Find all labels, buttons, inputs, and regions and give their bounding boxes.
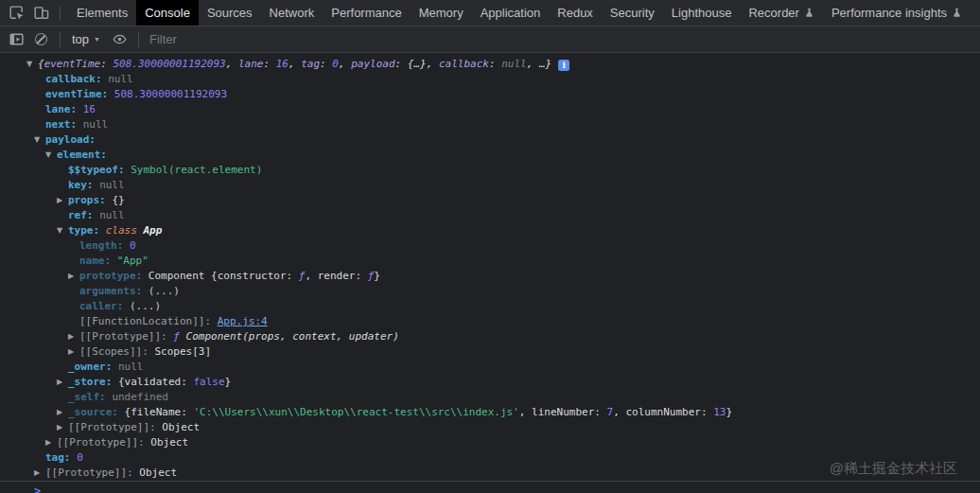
collapse-triangle-icon[interactable]: ▼ [34,132,40,148]
javascript-context-selector[interactable]: top ▼ [72,32,100,46]
value-white: } [225,376,232,388]
separator [138,32,139,47]
tab-label: Performance insights [831,6,947,20]
console-tree-row[interactable]: ▶_source: {fileName: 'C:\\Users\\xun\\De… [0,405,980,420]
property-name: key: [68,179,94,191]
console-tree-row[interactable]: ▶prototype: Component {constructor: ƒ, r… [0,269,980,284]
tab-elements[interactable]: Elements [68,0,136,26]
show-console-sidebar-icon[interactable] [7,30,26,49]
console-tree-row[interactable]: ▼element: [0,148,980,163]
property-name: [[Prototype]]: [79,330,167,343]
tab-label: Console [145,6,190,20]
value-obj: , [427,58,439,70]
value-obj: , [527,58,539,70]
console-tree-row[interactable]: ▼payload: [0,132,980,148]
tab-recorder[interactable]: Recorder [740,0,822,26]
device-toolbar-icon[interactable] [31,4,50,23]
console-object-preview-row[interactable]: ▼{eventTime: 508.30000001192093, lane: 1… [0,57,980,72]
value-white: Scopes[3] [154,345,211,358]
value-fsym: ƒ [173,330,180,343]
tab-security[interactable]: Security [602,0,663,26]
property-name: [[Prototype]]: [45,467,133,479]
console-tree-row: [[FunctionLocation]]: App.js:4 [0,314,980,329]
expand-triangle-icon[interactable]: ▶ [68,269,74,284]
tab-network[interactable]: Network [261,0,324,26]
tab-performance-insights[interactable]: Performance insights [823,0,971,26]
experiment-flask-icon [804,7,814,19]
console-tree-row[interactable]: ▼type: class App [0,223,980,238]
console-messages-area: ▼{eventTime: 508.30000001192093, lane: 1… [0,53,980,493]
tab-label: Memory [419,6,464,20]
tab-label: Redux [557,6,593,20]
tab-sources[interactable]: Sources [199,0,261,26]
value-obj: {…} [408,58,427,70]
clear-console-icon[interactable] [31,30,50,49]
value-white: {validated: [118,376,193,388]
property-name: tag: [45,451,71,464]
tab-label: Recorder [748,6,798,20]
expand-triangle-icon[interactable]: ▶ [57,193,62,208]
expand-triangle-icon[interactable]: ▶ [57,405,62,420]
inspect-element-icon[interactable] [7,4,26,23]
value-num: 0 [130,239,136,252]
property-name: _source: [68,406,118,418]
filter-input[interactable] [149,30,980,49]
value-white: , render: [305,270,367,282]
console-tree-row: $$typeof: Symbol(react.element) [0,163,980,178]
prompt-chevron-icon: > [34,484,41,493]
info-icon[interactable]: i [558,60,569,71]
property-name: next: [45,118,77,131]
property-name: [[Prototype]]: [68,421,156,433]
value-white: , columnNumber: [613,406,713,418]
console-tree-row[interactable]: ▶[[Scopes]]: Scopes[3] [0,344,980,360]
property-name: $$typeof: [68,164,125,176]
value-white: Object [162,421,200,433]
create-live-expression-eye-icon[interactable] [110,30,129,49]
collapse-triangle-icon[interactable]: ▼ [45,148,51,163]
value-null: null [118,361,144,373]
tab-redux[interactable]: Redux [549,0,602,26]
chevron-down-icon: ▼ [94,36,100,43]
tab-memory[interactable]: Memory [411,0,472,26]
console-tree-row: callback: null [0,72,980,87]
property-name: lane: [45,103,77,115]
expand-triangle-icon[interactable]: ▶ [34,466,40,481]
property-name: [[Scopes]]: [79,345,149,358]
tab-performance[interactable]: Performance [323,0,410,26]
tab-application[interactable]: Application [472,0,550,26]
console-tree-row[interactable]: ▶props: {} [0,193,980,208]
tab-label: Elements [77,6,128,20]
property-name: type: [68,224,99,237]
value-num: 16 [276,58,289,70]
tab-label: Security [610,6,655,20]
console-tree-row[interactable]: ▶_store: {validated: false} [0,375,980,390]
expand-triangle-icon[interactable]: ▶ [45,435,51,450]
value-obj: : [320,58,332,70]
console-tree-row: length: 0 [0,238,980,254]
console-tree-row: ref: null [0,208,980,223]
console-tree-row[interactable]: ▶[[Prototype]]: Object [0,466,980,481]
tab-lighthouse[interactable]: Lighthouse [663,0,741,26]
expand-triangle-icon[interactable]: ▶ [57,420,62,435]
source-location-link[interactable]: App.js:4 [218,315,268,327]
console-prompt[interactable]: > [0,482,980,493]
context-label: top [72,32,89,46]
value-str: "App" [117,255,149,267]
expand-triangle-icon[interactable]: ▶ [68,344,74,360]
tab-label: Network [270,6,315,20]
experiment-flask-icon [952,7,962,19]
separator [60,6,61,21]
value-num: 508.30000001192093 [114,88,227,100]
console-tree-row[interactable]: ▶[[Prototype]]: ƒ Component(props, conte… [0,329,980,344]
console-tree-row[interactable]: ▶[[Prototype]]: Object [0,435,980,450]
value-obj: …} [539,58,551,70]
value-num: 0 [332,58,339,70]
console-tree-row[interactable]: ▶[[Prototype]]: Object [0,420,980,435]
collapse-triangle-icon[interactable]: ▼ [57,223,62,238]
tab-console[interactable]: Console [136,0,199,26]
expand-triangle-icon[interactable]: ▶ [68,329,74,344]
collapse-triangle-icon[interactable]: ▼ [26,57,32,72]
expand-triangle-icon[interactable]: ▶ [57,375,62,390]
property-name: prototype: [79,270,142,282]
property-name: [[Prototype]]: [57,436,145,449]
